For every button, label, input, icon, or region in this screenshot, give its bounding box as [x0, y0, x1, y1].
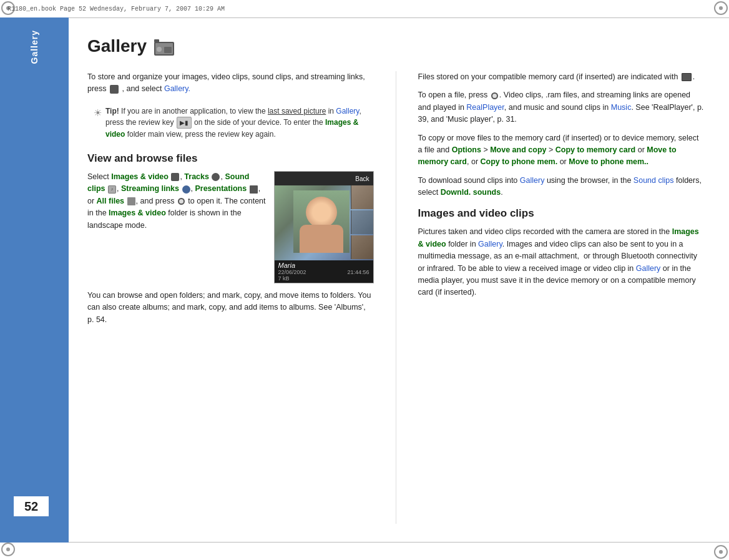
sidebar: Gallery 52 [0, 17, 69, 543]
thumb-1 [351, 185, 373, 209]
column-divider [396, 71, 396, 524]
browse-more-text: You can browse and open folders; and mar… [87, 290, 374, 326]
main-content: Gallery To store and organize your image… [69, 17, 729, 543]
open-file-para: To open a file, press . Video clips, .ra… [418, 89, 705, 125]
sidebar-label: Gallery [29, 30, 39, 64]
header-bar: R1180_en.book Page 52 Wednesday, Februar… [0, 0, 729, 17]
browse-section: Select Images & video , Tracks , Sound c… [87, 171, 374, 283]
move-phone-link: Move to phone mem.. [569, 157, 648, 166]
gallery-link-img: Gallery [478, 240, 502, 248]
gallery-link-img2: Gallery [636, 264, 661, 273]
svg-rect-4 [154, 39, 159, 42]
intro-paragraph: To store and organize your images, video… [87, 71, 374, 96]
phone-screenshot: Back [274, 171, 374, 283]
thumb-3 [351, 235, 373, 259]
phone-date-val: 22/06/2002 [278, 269, 306, 275]
browse-description: Select Images & video , Tracks , Sound c… [87, 171, 267, 283]
sound-clips-link: Sound clips [634, 176, 674, 185]
page-number: 52 [12, 495, 50, 518]
phone-image [275, 185, 373, 260]
images-body-para: Pictures taken and video clips recorded … [418, 226, 705, 298]
options-link: Options [452, 145, 481, 154]
phone-date-row: 22/06/2002 21:44:56 [278, 269, 369, 275]
phone-back-label: Back [355, 175, 369, 182]
copy-memory-link: Copy to memory card [555, 145, 636, 154]
phone-options-bar: 6/20 Options [275, 283, 373, 283]
header-text: R1180_en.book Page 52 Wednesday, Februar… [7, 6, 225, 12]
memory-card-icon [682, 73, 692, 81]
download-para: To download sound clips into Gallery usi… [418, 175, 705, 199]
thumb-2 [351, 210, 373, 234]
right-column: Files stored on your compatible memory c… [418, 71, 705, 524]
two-column-layout: To store and organize your images, video… [87, 71, 704, 524]
phone-size: 7 kB [278, 275, 369, 282]
gallery-icon [153, 38, 175, 59]
svg-point-2 [157, 47, 162, 52]
copy-phone-link: Copy to phone mem. [481, 157, 558, 166]
phone-header: Back [275, 172, 373, 185]
phone-body [275, 185, 373, 260]
phone-footer: Maria 22/06/2002 21:44:56 7 kB [275, 260, 373, 283]
copy-move-para: To copy or move files to the memory card… [418, 132, 705, 169]
view-browse-heading: View and browse files [87, 152, 374, 165]
page-title: Gallery [87, 36, 147, 56]
phone-time-val: 21:44:56 [347, 269, 369, 275]
phone-thumbs [351, 185, 373, 260]
files-stored-para: Files stored on your compatible memory c… [418, 71, 705, 83]
corner-decoration-bl [1, 543, 17, 559]
tip-text: Tip! If you are in another application, … [105, 106, 368, 140]
gallery-link-dl: Gallery [520, 176, 545, 185]
presentations-label: Presentations [195, 184, 247, 193]
gallery-link-intro: Gallery. [164, 84, 190, 93]
images-video-heading: Images and video clips [418, 207, 705, 220]
left-column: To store and organize your images, video… [87, 71, 374, 524]
tip-icon: ☀ [94, 106, 102, 140]
svg-rect-3 [164, 47, 172, 53]
music-link: Music [611, 103, 632, 112]
realplayer-link: RealPlayer [466, 103, 504, 112]
tracks-label: Tracks [184, 172, 209, 181]
corner-decoration-br [712, 543, 728, 559]
center-key-icon [491, 92, 498, 99]
images-video-link: Images & video [418, 227, 699, 248]
downld-sounds-link: Downld. sounds [441, 188, 501, 197]
phone-contact-name: Maria [278, 262, 369, 269]
tip-box: ☀ Tip! If you are in another application… [87, 102, 374, 144]
move-copy-link: Move and copy [490, 145, 546, 154]
